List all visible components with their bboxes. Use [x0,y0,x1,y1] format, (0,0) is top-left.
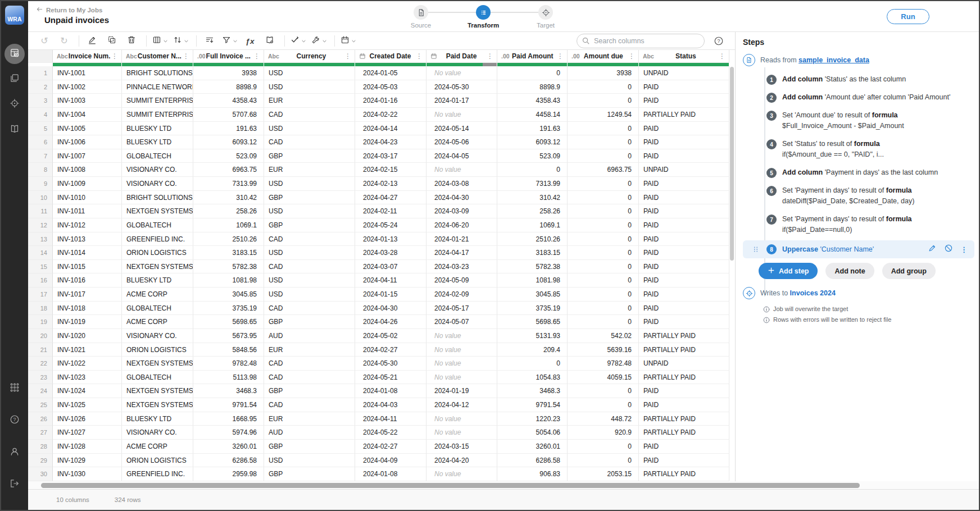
cell[interactable]: PARTIALLY PAID [639,412,729,426]
cell[interactable]: 9791.54 [497,398,568,412]
cell[interactable]: PAID [639,260,729,274]
cell[interactable]: 523.09 [497,149,568,163]
cell[interactable]: PAID [639,191,729,205]
vertical-scrollbar[interactable] [730,67,734,261]
row-number[interactable]: 28 [28,440,53,454]
cell[interactable]: 2024-05-24 [355,218,427,232]
cell[interactable]: INV-1013 [53,232,122,247]
cell[interactable]: GBP [264,384,355,398]
cell[interactable]: PAID [639,315,729,329]
cell[interactable]: 0 [568,315,639,329]
cell[interactable]: 0 [568,273,639,288]
cell[interactable]: 906.83 [497,467,568,481]
recipe-step-6[interactable]: 6Set 'Payment in days' to result of form… [743,183,979,209]
cell[interactable]: ORION LOGISTICS [122,343,193,357]
cell[interactable]: 258.26 [193,204,264,218]
cell[interactable]: 5673.95 [193,329,264,343]
cell[interactable]: INV-1021 [53,343,122,357]
cell[interactable]: 1054.83 [497,371,568,385]
cell[interactable]: 9782.48 [568,357,639,371]
row-number[interactable]: 27 [28,426,53,440]
sidebar-item-account[interactable] [4,442,25,463]
cell[interactable]: 523.09 [193,149,264,163]
column-menu-icon[interactable]: ⋮ [343,52,352,60]
cell[interactable]: PARTIALLY PAID [639,467,729,481]
cell[interactable]: PAID [639,440,729,454]
cell[interactable]: No value [427,163,497,177]
recipe-step-2[interactable]: 2Add column 'Amount due' after column 'P… [743,90,979,105]
cell[interactable]: INV-1008 [53,163,122,177]
column-menu-icon[interactable]: ⋮ [252,52,261,60]
row-number[interactable]: 4 [28,108,53,122]
cell[interactable]: 1668.95 [193,412,264,426]
cell[interactable]: INV-1017 [53,288,122,302]
cell[interactable]: 2024-04-12 [427,398,497,412]
cell[interactable]: VISIONARY CO. [122,329,193,343]
cell[interactable]: NEXTGEN SYSTEMS [122,398,193,412]
cell[interactable]: 5698.65 [193,315,264,329]
cell[interactable]: 191.63 [497,122,568,136]
cell[interactable]: 0 [568,80,639,94]
row-number[interactable]: 24 [28,384,53,398]
sidebar-item-wrangle[interactable] [4,44,25,64]
cell[interactable]: CAD [264,232,355,247]
column-header-full-invoice[interactable]: .00Full Invoice ...⋮ [193,50,264,63]
cell[interactable]: INV-1018 [53,302,122,316]
cell[interactable]: GBP [264,191,355,205]
cell[interactable]: 4458.14 [497,108,568,122]
cell[interactable]: 3045.85 [497,288,568,302]
cell[interactable]: 0 [568,204,639,218]
recipe-step-5[interactable]: 5Add column 'Payment in days' as the las… [743,165,979,180]
target-dataset-link[interactable]: Invoices 2024 [790,289,836,297]
cell[interactable]: 2024-01-13 [355,232,427,247]
cell[interactable]: 5054.06 [497,426,568,440]
cell[interactable]: 0 [568,260,639,274]
cell[interactable]: USD [264,246,355,260]
cell[interactable]: 8898.9 [497,80,568,94]
columns-button[interactable] [152,34,168,48]
cell[interactable]: INV-1015 [53,260,122,274]
cell[interactable]: NEXTGEN SYSTEMS [122,357,193,371]
cell[interactable]: INV-1005 [53,122,122,136]
cell[interactable]: 0 [497,163,568,177]
cell[interactable]: INV-1026 [53,412,122,426]
column-menu-icon[interactable]: ⋮ [182,52,190,60]
cell[interactable]: INV-1028 [53,440,122,454]
sidebar-item-target[interactable] [4,94,25,115]
cell[interactable]: 2024-05-09 [427,273,497,288]
cell[interactable]: EUR [264,412,355,426]
cell[interactable]: 448.72 [568,412,639,426]
cell[interactable]: USD [264,288,355,302]
back-link[interactable]: Return to My Jobs [36,6,102,14]
recipe-step-8[interactable]: 8Uppercase 'Customer Name'⋮ [743,240,974,258]
copy-button[interactable] [105,34,119,48]
cell[interactable]: No value [427,329,497,343]
cell[interactable]: 3938 [568,66,639,80]
cell[interactable]: 3045.85 [193,288,264,302]
cell[interactable]: 1249.54 [568,108,639,122]
cell[interactable]: 2024-04-11 [355,273,427,288]
cell[interactable]: INV-1023 [53,371,122,385]
cell[interactable]: PAID [639,135,729,149]
cell[interactable]: INV-1022 [53,357,122,371]
cell[interactable]: PARTIALLY PAID [639,108,729,122]
cell[interactable]: 0 [568,122,639,136]
cell[interactable]: 2024-04-30 [427,191,497,205]
cell[interactable]: 5782.38 [193,260,264,274]
cell[interactable]: 2053.15 [568,467,639,481]
horizontal-scrollbar[interactable] [41,483,860,488]
cell[interactable]: USD [264,454,355,468]
cell[interactable]: 7313.99 [497,177,568,191]
cell[interactable]: USD [264,204,355,218]
cell[interactable]: PAID [639,204,729,218]
cell[interactable]: GREENFIELD INC. [122,467,193,481]
cell[interactable]: SUMMIT ENTERPRISES [122,108,193,122]
cell[interactable]: PAID [639,122,729,136]
cell[interactable]: 2024-03-17 [355,149,427,163]
cell[interactable]: GBP [264,315,355,329]
cell[interactable]: USD [264,273,355,288]
cell[interactable]: 2024-03-09 [427,204,497,218]
cell[interactable]: 2024-03-15 [427,440,497,454]
cell[interactable]: 0 [568,288,639,302]
disable-step-icon[interactable] [944,244,953,255]
